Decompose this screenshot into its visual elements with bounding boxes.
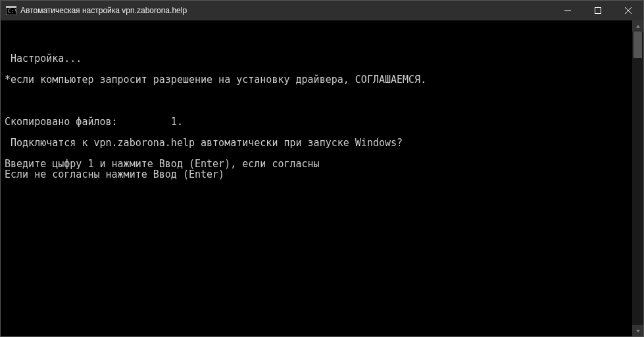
console-line [5,148,628,159]
console-output[interactable]: Настройка... *если компьютер запросит ра… [1,20,632,336]
close-button[interactable] [613,1,643,20]
svg-rect-1 [6,6,16,8]
vertical-scrollbar[interactable] [632,20,643,336]
titlebar-left: C:\ Автоматическая настройка vpn.zaboron… [1,6,553,15]
svg-rect-4 [595,8,601,14]
svg-marker-7 [636,25,640,28]
cmd-icon: C:\ [6,6,16,15]
console-line [5,85,628,95]
svg-rect-3 [564,11,571,11]
console-line [5,127,628,138]
scroll-track[interactable] [632,32,643,325]
console-line [5,64,628,74]
console-line [5,106,628,117]
console-line [5,22,628,32]
scroll-up-button[interactable] [632,20,643,32]
console-line: Введите цыфру 1 и нажмите Ввод (Enter), … [5,159,628,169]
console-line [5,43,628,53]
titlebar[interactable]: C:\ Автоматическая настройка vpn.zaboron… [1,1,643,20]
console-line: Если не согласны нажмите Ввод (Enter) [5,169,628,180]
titlebar-controls [553,1,643,20]
client-area: Настройка... *если компьютер запросит ра… [1,20,643,336]
console-line: Настройка... [5,53,628,64]
console-line [5,32,628,43]
console-line: Подключатся к vpn.zaborona.help автомати… [5,138,628,148]
svg-marker-8 [636,330,640,332]
maximize-button[interactable] [583,1,613,20]
cmd-window: C:\ Автоматическая настройка vpn.zaboron… [0,0,644,337]
console-line: Скопировано файлов: 1. [5,117,628,127]
svg-text:C:\: C:\ [8,9,16,14]
window-title: Автоматическая настройка vpn.zaborona.he… [20,6,187,15]
console-line: *если компьютер запросит разрешение на у… [5,74,628,85]
scroll-thumb[interactable] [633,32,642,58]
scroll-down-button[interactable] [632,325,643,336]
console-line [5,95,628,106]
minimize-button[interactable] [553,1,583,20]
